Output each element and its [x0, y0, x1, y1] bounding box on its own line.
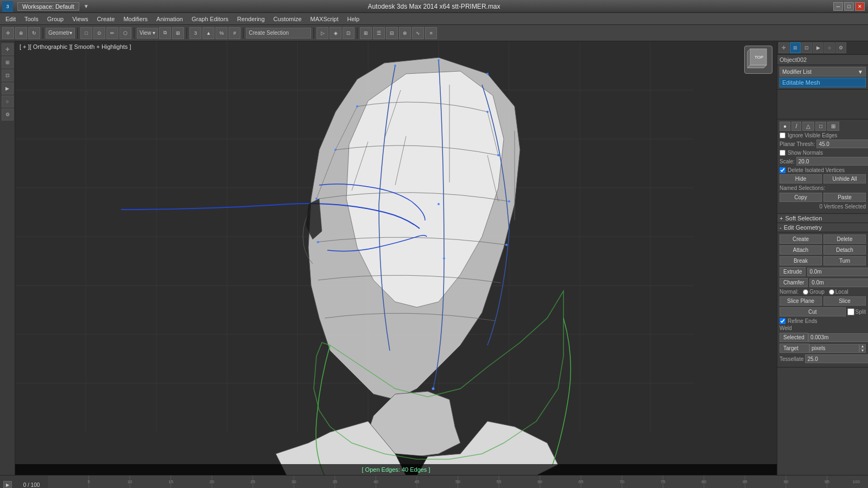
- number3-btn[interactable]: %: [216, 27, 227, 39]
- menu-rendering[interactable]: Rendering: [233, 15, 269, 23]
- move-tool-btn[interactable]: ⊕: [15, 27, 27, 39]
- motion-btn[interactable]: ▶: [2, 83, 14, 94]
- render-frame-btn[interactable]: ⊡: [343, 27, 354, 39]
- layer-explorer-btn[interactable]: ⊟: [386, 27, 398, 39]
- weld-target-input[interactable]: [809, 344, 859, 353]
- render-scene-btn[interactable]: ▷: [316, 27, 328, 39]
- detach-button[interactable]: Detach: [823, 245, 866, 255]
- view-dropdown[interactable]: View ▾: [137, 28, 158, 39]
- normal-local-option[interactable]: Local: [829, 289, 848, 295]
- break-button[interactable]: Break: [780, 256, 822, 265]
- edge-mode-btn[interactable]: /: [791, 122, 801, 131]
- poly-mode-btn[interactable]: □: [815, 122, 826, 131]
- weld-selected-input[interactable]: [808, 333, 868, 342]
- delete-button[interactable]: Delete: [823, 235, 866, 244]
- close-button[interactable]: ✕: [855, 2, 865, 11]
- scene-explorer-btn[interactable]: ☰: [373, 27, 385, 39]
- ignore-visible-edges-check[interactable]: [780, 132, 785, 138]
- number2-btn[interactable]: ▲: [202, 27, 214, 39]
- timeline-slider[interactable]: 5 10 15 20 25 30 35 40 45 50 55 60 65 70…: [48, 476, 868, 488]
- maximize-button[interactable]: □: [844, 2, 854, 11]
- weld-target-down[interactable]: ▼: [859, 348, 866, 353]
- planar-thresh-input[interactable]: [816, 140, 868, 148]
- menu-edit[interactable]: Edit: [1, 15, 20, 23]
- create-selection-dropdown[interactable]: Create Selection: [246, 28, 311, 39]
- nav-cube[interactable]: TOP: [744, 46, 772, 74]
- object-name-field[interactable]: Object002: [777, 55, 868, 65]
- modify-panel-btn[interactable]: ⊞: [2, 56, 14, 68]
- menu-create[interactable]: Create: [92, 15, 119, 23]
- menu-tools[interactable]: Tools: [20, 15, 43, 23]
- menu-customize[interactable]: Customize: [269, 15, 306, 23]
- curve-editor-btn[interactable]: ∿: [412, 27, 424, 39]
- delete-isolated-check[interactable]: [780, 167, 785, 173]
- weld-selected-button[interactable]: Selected: [780, 333, 808, 342]
- menu-animation[interactable]: Animation: [152, 15, 187, 23]
- minimize-button[interactable]: ─: [833, 2, 843, 11]
- hide-button[interactable]: Hide: [780, 174, 822, 183]
- unhide-all-button[interactable]: Unhide All: [823, 174, 866, 183]
- number4-btn[interactable]: #: [229, 27, 240, 39]
- face-mode-btn[interactable]: △: [802, 122, 814, 131]
- create-panel-btn[interactable]: ✛: [2, 43, 14, 55]
- show-normals-check[interactable]: [780, 150, 785, 156]
- slice-button[interactable]: Slice: [823, 296, 866, 306]
- schematic-view-btn[interactable]: ⊗: [399, 27, 411, 39]
- extrude-input[interactable]: [807, 268, 868, 276]
- split-check[interactable]: [847, 308, 854, 315]
- workspace-label[interactable]: Workspace: Default: [17, 2, 79, 11]
- modifier-list-dropdown[interactable]: Modifier List ▼: [780, 67, 866, 77]
- extra-btn[interactable]: ≡: [425, 27, 437, 39]
- motion-panel-icon[interactable]: ▶: [813, 42, 823, 53]
- normal-group-option[interactable]: Group: [803, 289, 825, 295]
- attach-button[interactable]: Attach: [780, 245, 822, 255]
- menu-views[interactable]: Views: [68, 15, 92, 23]
- quick-render-btn[interactable]: ◈: [330, 27, 341, 39]
- copy-button[interactable]: Copy: [780, 193, 822, 202]
- create-button[interactable]: Create: [780, 235, 822, 244]
- select-object-btn[interactable]: □: [80, 27, 92, 39]
- cut-button[interactable]: Cut: [780, 307, 846, 316]
- element-mode-btn[interactable]: ⊞: [827, 122, 839, 131]
- rotate-tool-btn[interactable]: ↻: [28, 27, 40, 39]
- utilities-btn[interactable]: ⚙: [2, 109, 14, 121]
- hierarchy-panel-icon[interactable]: ⊡: [801, 42, 812, 53]
- editable-mesh-modifier[interactable]: Editable Mesh: [780, 78, 866, 87]
- menu-help[interactable]: Help: [343, 15, 364, 23]
- viewport-nav-cube[interactable]: TOP: [744, 46, 772, 74]
- soft-selection-header[interactable]: + Soft Selection: [777, 214, 868, 223]
- edit-geometry-header[interactable]: - Edit Geometry: [777, 223, 868, 232]
- slice-plane-button[interactable]: Slice Plane: [780, 296, 822, 306]
- chamfer-button[interactable]: Chamfer: [780, 278, 808, 287]
- timeline-play-btn[interactable]: ▶: [3, 481, 12, 489]
- scale-input[interactable]: [796, 157, 868, 166]
- extrude-button[interactable]: Extrude: [780, 267, 806, 276]
- paste-button[interactable]: Paste: [823, 193, 866, 202]
- create-panel-icon[interactable]: ✛: [778, 42, 789, 53]
- vertex-mode-btn[interactable]: ●: [780, 122, 790, 131]
- menu-graph-editors[interactable]: Graph Editors: [187, 15, 233, 23]
- menu-maxscript[interactable]: MAXScript: [306, 15, 343, 23]
- lasso-btn[interactable]: ⊙: [93, 27, 105, 39]
- chamfer-input[interactable]: [809, 278, 868, 287]
- modify-panel-icon[interactable]: ⊞: [790, 42, 801, 53]
- turn-button[interactable]: Turn: [823, 256, 866, 265]
- utilities-panel-icon[interactable]: ⚙: [835, 42, 846, 53]
- material-editor-btn[interactable]: ⊞: [360, 27, 372, 39]
- paint-sel-btn[interactable]: ✏: [106, 27, 118, 39]
- display-btn[interactable]: ○: [2, 96, 14, 107]
- geometry-dropdown[interactable]: Geometr▾: [46, 28, 75, 39]
- menu-modifiers[interactable]: Modifiers: [119, 15, 152, 23]
- weld-target-up[interactable]: ▲: [859, 344, 866, 348]
- viewport[interactable]: [ + ][ Orthographic ][ Smooth + Highligh…: [15, 41, 777, 475]
- refine-ends-check[interactable]: [780, 318, 785, 324]
- display-panel-icon[interactable]: ○: [824, 42, 835, 53]
- mirror-btn[interactable]: ⊞: [172, 27, 184, 39]
- hierarchy-btn[interactable]: ⊡: [2, 69, 14, 81]
- tessellate-input[interactable]: [805, 354, 868, 363]
- number1-btn[interactable]: 3: [189, 27, 201, 39]
- weld-target-button[interactable]: Target: [780, 344, 809, 353]
- select-tool-btn[interactable]: ✛: [2, 27, 14, 39]
- menu-group[interactable]: Group: [43, 15, 68, 23]
- fence-sel-btn[interactable]: ⬡: [119, 27, 131, 39]
